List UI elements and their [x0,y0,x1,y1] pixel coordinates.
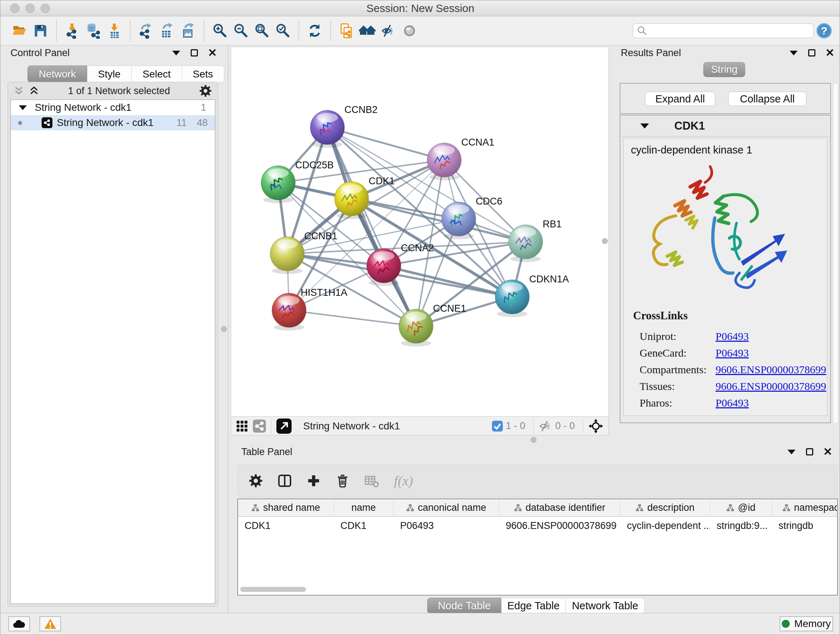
tab-node-table[interactable]: Node Table [427,598,501,614]
crosslink-link[interactable]: P06493 [715,347,749,359]
left-splitter-handle[interactable] [221,326,227,332]
results-panel-float-button[interactable] [807,48,816,57]
table-panel-close-button[interactable]: ✕ [823,447,832,456]
column-header-canonical-name[interactable]: canonical name [393,499,499,516]
open-session-button[interactable] [9,19,30,42]
cloud-status-button[interactable] [8,616,30,631]
bottom-splitter-handle[interactable] [531,437,537,443]
cdk1-entry-header[interactable]: CDK1 [621,116,830,136]
network-graph[interactable]: CCNB2CCNA1CDC25BCDK1CDC6RB1CCNB1CCNA2CDK… [231,47,608,416]
column-header-name[interactable]: name [334,499,393,516]
hide-details-button[interactable] [378,19,399,42]
zoom-fit-button[interactable] [251,19,272,42]
table-row[interactable]: CDK1CDK1P064939606.ENSP00000378699cyclin… [238,516,837,535]
column-header-@id[interactable]: @id [710,499,772,516]
table-options-gear-button[interactable] [248,473,263,488]
delete-column-button[interactable] [335,473,350,488]
tab-network[interactable]: Network [27,65,87,82]
network-collection-row[interactable]: String Network - cdk1 1 [11,100,215,115]
tab-edge-table[interactable]: Edge Table [501,598,566,614]
right-splitter-handle[interactable] [602,238,608,244]
collapse-all-networks-button[interactable] [14,85,24,97]
crosslink-link[interactable]: 9606.ENSP00000378699 [715,380,826,393]
help-button[interactable]: ? [813,19,835,42]
export-image-button[interactable] [178,19,199,42]
column-header-namespace[interactable]: namespace [772,499,838,516]
node-HIST1H1A[interactable]: HIST1H1A [272,287,347,331]
edge-CCNA2-CDKN1A[interactable] [384,266,512,297]
network-edge-count: 48 [197,117,208,128]
edge-CCNE1-HIST1H1A[interactable] [289,310,416,326]
zoom-in-button[interactable] [210,19,231,42]
memory-button[interactable]: Memory [780,616,833,631]
tab-select[interactable]: Select [132,65,182,82]
selected-nodes-checkbox[interactable] [492,421,503,432]
birds-eye-view-button[interactable] [276,418,292,434]
table-panel: Table Panel ✕ [228,443,840,613]
control-panel-float-button[interactable] [189,48,199,57]
table-hscrollbar-thumb[interactable] [240,587,306,592]
hidden-elements-button[interactable] [538,420,553,432]
column-header-description[interactable]: description [621,499,710,516]
crosslink-link[interactable]: P06493 [715,397,749,409]
network-view-type-button[interactable] [253,420,266,432]
table-cell[interactable]: stringdb [772,516,838,535]
crosslink-link[interactable]: 9606.ENSP00000378699 [715,363,826,376]
tab-style[interactable]: Style [87,65,132,82]
fit-selected-button[interactable] [588,418,603,434]
clone-network-button[interactable] [336,19,357,42]
network-row[interactable]: String Network - cdk1 11 48 [11,115,215,130]
show-columns-button[interactable] [278,473,292,488]
network-options-gear-button[interactable] [199,84,212,97]
table-cell[interactable]: cyclin-dependent ... [621,516,710,535]
table-cell[interactable]: CDK1 [238,516,334,535]
collapse-all-button[interactable]: Collapse All [728,92,806,106]
refresh-view-button[interactable] [304,19,325,42]
delete-table-button[interactable] [364,473,379,488]
save-session-button[interactable] [30,19,51,42]
node-CCNB2[interactable]: CCNB2 [310,104,378,148]
control-panel-collapse-button[interactable] [172,48,181,57]
search-input[interactable] [647,25,810,36]
results-panel-collapse-button[interactable] [789,48,798,57]
window-title: Session: New Session [0,0,840,16]
collection-expander-icon[interactable] [19,105,27,110]
import-network-file-button[interactable] [62,19,83,42]
node-CDC25B[interactable]: CDC25B [261,160,334,203]
table-panel-float-button[interactable] [805,447,814,456]
home-networks-button[interactable] [357,19,378,42]
results-panel-close-button[interactable]: ✕ [825,48,835,57]
function-builder-button[interactable]: f(x) [394,473,413,489]
table-cell[interactable]: CDK1 [334,516,393,535]
export-table-button[interactable] [156,19,178,42]
export-network-button[interactable] [136,19,156,42]
show-details-button[interactable] [399,19,420,42]
import-network-database-button[interactable] [83,19,104,42]
column-header-shared-name[interactable]: shared name [238,499,334,516]
entry-expander-icon[interactable] [640,124,649,128]
table-cell[interactable]: P06493 [393,516,499,535]
zoom-out-button[interactable] [231,19,251,42]
add-column-button[interactable] [306,473,321,488]
network-canvas[interactable]: CCNB2CCNA1CDC25BCDK1CDC6RB1CCNB1CCNA2CDK… [231,47,609,417]
warning-status-button[interactable] [39,616,61,631]
grid-view-button[interactable] [236,420,248,432]
tab-network-table[interactable]: Network Table [566,598,645,614]
results-scrollbar[interactable] [833,83,838,423]
table-cell[interactable]: 9606.ENSP00000378699 [499,516,621,535]
table-cell[interactable]: stringdb:9... [710,516,772,535]
node-CCNA1[interactable]: CCNA1 [427,137,494,180]
expand-all-button[interactable]: Expand All [645,92,715,106]
tab-sets[interactable]: Sets [182,65,224,82]
control-panel-close-button[interactable]: ✕ [208,48,217,57]
zoom-selected-button[interactable] [272,19,294,42]
crosslink-link[interactable]: P06493 [715,330,749,342]
node-RB1[interactable]: RB1 [508,219,562,262]
import-table-button[interactable] [104,19,125,42]
table-panel-collapse-button[interactable] [787,447,796,456]
column-header-database-identifier[interactable]: database identifier [499,499,621,516]
expand-all-networks-button[interactable] [29,85,39,97]
tab-string[interactable]: String [703,62,745,77]
node-CDKN1A[interactable]: CDKN1A [495,274,569,317]
protein-structure-image [632,162,802,299]
